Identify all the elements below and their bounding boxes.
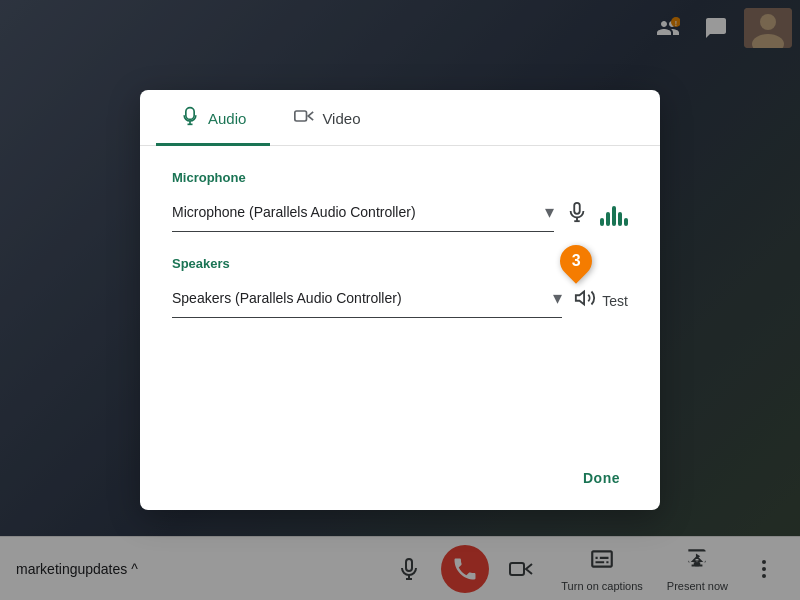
- audio-bar-2: [606, 212, 610, 226]
- svg-rect-8: [295, 111, 307, 121]
- microphone-label: Microphone: [172, 170, 628, 185]
- speaker-test-icon: [574, 287, 596, 314]
- audio-level-indicator: [600, 204, 628, 226]
- svg-rect-9: [574, 202, 580, 213]
- tab-video[interactable]: Video: [270, 90, 384, 146]
- audio-bar-4: [618, 212, 622, 226]
- speakers-chevron-icon: ▾: [553, 287, 562, 309]
- settings-dialog: Audio Video Microphone Microphone: [140, 90, 660, 510]
- video-tab-icon: [294, 106, 314, 131]
- svg-marker-12: [576, 292, 584, 305]
- test-label: Test: [602, 293, 628, 309]
- microphone-select-row: Microphone (Parallels Audio Controller) …: [172, 197, 628, 232]
- dialog-content: Microphone Microphone (Parallels Audio C…: [140, 146, 660, 462]
- modal-overlay: Audio Video Microphone Microphone: [0, 0, 800, 600]
- audio-bar-5: [624, 218, 628, 226]
- test-speaker-button[interactable]: Test: [574, 287, 628, 314]
- audio-bar-3: [612, 206, 616, 226]
- tab-video-label: Video: [322, 110, 360, 127]
- microphone-value: Microphone (Parallels Audio Controller): [172, 204, 416, 220]
- speakers-select-row: Speakers (Parallels Audio Controller) ▾ …: [172, 283, 628, 318]
- tab-audio[interactable]: Audio: [156, 90, 270, 146]
- microphone-mute-icon[interactable]: [566, 201, 588, 229]
- speakers-value: Speakers (Parallels Audio Controller): [172, 290, 402, 306]
- svg-rect-5: [186, 108, 194, 120]
- microphone-chevron-icon: ▾: [545, 201, 554, 223]
- tab-audio-label: Audio: [208, 110, 246, 127]
- speakers-dropdown[interactable]: Speakers (Parallels Audio Controller) ▾: [172, 283, 562, 318]
- microphone-section: Microphone Microphone (Parallels Audio C…: [172, 170, 628, 232]
- microphone-dropdown[interactable]: Microphone (Parallels Audio Controller) …: [172, 197, 554, 232]
- audio-tab-icon: [180, 106, 200, 131]
- audio-bar-1: [600, 218, 604, 226]
- dialog-tabs: Audio Video: [140, 90, 660, 146]
- badge-number: 3: [572, 252, 581, 270]
- done-button[interactable]: Done: [567, 462, 636, 494]
